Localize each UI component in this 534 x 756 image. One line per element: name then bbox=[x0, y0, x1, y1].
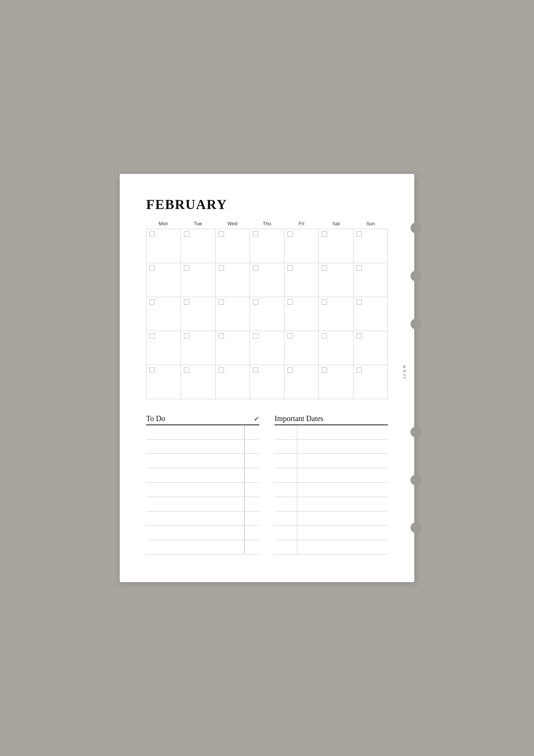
date-col-6[interactable] bbox=[275, 497, 297, 511]
cal-cell-r5-c3[interactable] bbox=[216, 365, 250, 399]
todo-row-9[interactable] bbox=[146, 540, 259, 555]
cal-checkbox[interactable] bbox=[150, 299, 155, 305]
dates-row-1[interactable] bbox=[275, 425, 388, 440]
cal-checkbox[interactable] bbox=[253, 231, 258, 237]
todo-check-9[interactable] bbox=[244, 540, 259, 554]
side-tab-3[interactable] bbox=[411, 319, 421, 329]
todo-row-5[interactable] bbox=[146, 483, 259, 497]
todo-row-8[interactable] bbox=[146, 526, 259, 540]
cal-checkbox[interactable] bbox=[357, 333, 362, 339]
todo-text-2[interactable] bbox=[146, 440, 244, 454]
dates-row-2[interactable] bbox=[275, 440, 388, 454]
todo-check-1[interactable] bbox=[244, 425, 259, 439]
cal-checkbox[interactable] bbox=[219, 299, 224, 305]
todo-row-2[interactable] bbox=[146, 440, 259, 454]
cal-cell-r1-c6[interactable] bbox=[319, 229, 353, 263]
dates-row-3[interactable] bbox=[275, 454, 388, 468]
todo-row-1[interactable] bbox=[146, 425, 259, 440]
cal-cell-r4-c5[interactable] bbox=[284, 331, 319, 365]
cal-checkbox[interactable] bbox=[287, 231, 293, 237]
cal-cell-r3-c4[interactable] bbox=[250, 297, 284, 331]
todo-text-4[interactable] bbox=[146, 468, 244, 482]
cal-cell-r3-c3[interactable] bbox=[216, 297, 250, 331]
cal-cell-r5-c5[interactable] bbox=[284, 365, 319, 399]
todo-text-5[interactable] bbox=[146, 483, 244, 497]
cal-cell-r3-c5[interactable] bbox=[284, 297, 319, 331]
cal-checkbox[interactable] bbox=[357, 231, 362, 237]
date-desc-4[interactable] bbox=[297, 468, 388, 482]
side-tab-2[interactable] bbox=[411, 271, 421, 281]
cal-checkbox[interactable] bbox=[357, 367, 362, 373]
date-col-9[interactable] bbox=[275, 540, 297, 554]
cal-checkbox[interactable] bbox=[219, 265, 224, 271]
cal-checkbox[interactable] bbox=[253, 367, 258, 373]
cal-cell-r5-c4[interactable] bbox=[250, 365, 284, 399]
cal-checkbox[interactable] bbox=[253, 265, 258, 271]
date-desc-8[interactable] bbox=[297, 526, 388, 540]
cal-cell-r4-c6[interactable] bbox=[319, 331, 353, 365]
todo-text-7[interactable] bbox=[146, 511, 244, 525]
side-tab-6[interactable] bbox=[411, 522, 421, 533]
todo-check-3[interactable] bbox=[244, 454, 259, 468]
cal-cell-r2-c4[interactable] bbox=[250, 263, 284, 297]
cal-checkbox[interactable] bbox=[219, 367, 224, 373]
cal-checkbox[interactable] bbox=[184, 231, 189, 237]
cal-checkbox[interactable] bbox=[184, 367, 189, 373]
cal-checkbox[interactable] bbox=[150, 367, 155, 373]
todo-check-7[interactable] bbox=[244, 511, 259, 525]
date-desc-1[interactable] bbox=[297, 425, 388, 439]
cal-cell-r5-c1[interactable] bbox=[147, 365, 181, 399]
cal-checkbox[interactable] bbox=[150, 231, 155, 237]
date-col-5[interactable] bbox=[275, 483, 297, 497]
todo-text-9[interactable] bbox=[146, 540, 244, 554]
side-tab-1[interactable] bbox=[411, 223, 421, 233]
todo-row-6[interactable] bbox=[146, 497, 259, 511]
cal-checkbox[interactable] bbox=[184, 265, 189, 271]
cal-cell-r2-c2[interactable] bbox=[181, 263, 215, 297]
cal-cell-r3-c6[interactable] bbox=[319, 297, 353, 331]
cal-checkbox[interactable] bbox=[322, 367, 327, 373]
cal-cell-r2-c3[interactable] bbox=[216, 263, 250, 297]
cal-cell-r2-c7[interactable] bbox=[353, 263, 388, 297]
date-col-3[interactable] bbox=[275, 454, 297, 468]
cal-checkbox[interactable] bbox=[322, 333, 327, 339]
cal-cell-r2-c1[interactable] bbox=[147, 263, 181, 297]
cal-checkbox[interactable] bbox=[253, 299, 258, 305]
cal-cell-r5-c2[interactable] bbox=[181, 365, 215, 399]
cal-checkbox[interactable] bbox=[150, 265, 155, 271]
cal-cell-r5-c7[interactable] bbox=[353, 365, 388, 399]
todo-check-6[interactable] bbox=[244, 497, 259, 511]
dates-row-9[interactable] bbox=[275, 540, 388, 555]
cal-cell-r1-c2[interactable] bbox=[181, 229, 215, 263]
side-tab-5[interactable] bbox=[411, 475, 421, 485]
date-col-4[interactable] bbox=[275, 468, 297, 482]
cal-checkbox[interactable] bbox=[322, 299, 327, 305]
cal-checkbox[interactable] bbox=[219, 231, 224, 237]
cal-checkbox[interactable] bbox=[357, 299, 362, 305]
todo-row-4[interactable] bbox=[146, 468, 259, 483]
date-desc-9[interactable] bbox=[297, 540, 388, 554]
cal-checkbox[interactable] bbox=[287, 299, 293, 305]
date-desc-7[interactable] bbox=[297, 511, 388, 525]
cal-cell-r1-c5[interactable] bbox=[284, 229, 319, 263]
cal-cell-r4-c7[interactable] bbox=[353, 331, 388, 365]
cal-cell-r1-c1[interactable] bbox=[147, 229, 181, 263]
date-desc-6[interactable] bbox=[297, 497, 388, 511]
todo-check-5[interactable] bbox=[244, 483, 259, 497]
cal-checkbox[interactable] bbox=[287, 333, 293, 339]
date-col-7[interactable] bbox=[275, 511, 297, 525]
cal-cell-r3-c1[interactable] bbox=[147, 297, 181, 331]
dates-row-8[interactable] bbox=[275, 526, 388, 540]
cal-checkbox[interactable] bbox=[219, 333, 224, 339]
cal-checkbox[interactable] bbox=[184, 333, 189, 339]
cal-cell-r4-c2[interactable] bbox=[181, 331, 215, 365]
cal-cell-r2-c6[interactable] bbox=[319, 263, 353, 297]
todo-text-6[interactable] bbox=[146, 497, 244, 511]
todo-row-7[interactable] bbox=[146, 511, 259, 526]
todo-row-3[interactable] bbox=[146, 454, 259, 468]
date-col-8[interactable] bbox=[275, 526, 297, 540]
date-col-1[interactable] bbox=[275, 425, 297, 439]
cal-cell-r1-c3[interactable] bbox=[216, 229, 250, 263]
cal-cell-r4-c1[interactable] bbox=[147, 331, 181, 365]
cal-cell-r3-c2[interactable] bbox=[181, 297, 215, 331]
